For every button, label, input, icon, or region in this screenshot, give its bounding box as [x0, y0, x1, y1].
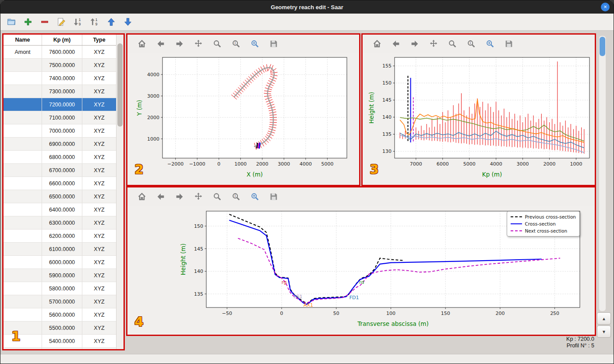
sort-ascending-button[interactable]: 19 [89, 16, 100, 28]
subplots-button[interactable]: i [230, 191, 242, 202]
svg-text:−2000: −2000 [167, 161, 183, 167]
table-row[interactable]: 7200.0000XYZ [4, 98, 116, 111]
back-button[interactable] [390, 38, 402, 49]
home-button[interactable] [136, 191, 148, 202]
plan-plot-canvas[interactable]: −2000−1000010002000300040005000100020003… [127, 53, 359, 185]
open-button[interactable] [6, 16, 17, 28]
longitudinal-plot-canvas[interactable]: 7000600050004000300020001000130135140145… [363, 53, 595, 185]
forward-button[interactable] [409, 38, 420, 49]
customize-icon [485, 39, 495, 49]
pan-button[interactable] [193, 191, 204, 202]
save-button[interactable] [268, 191, 279, 202]
cross-sections-table: NameKp (m)Type Amont7600.0000XYZ7500.000… [4, 35, 116, 349]
cell-name [4, 164, 42, 177]
forward-icon [175, 192, 184, 201]
sort-down-icon: 19 [73, 17, 83, 27]
close-button[interactable]: × [601, 3, 610, 11]
cell-type: XYZ [82, 164, 116, 177]
table-row[interactable]: 5300.0000XYZ [4, 348, 116, 349]
move-up-button[interactable] [106, 16, 117, 28]
home-button[interactable] [136, 38, 148, 49]
column-header-type[interactable]: Type [82, 35, 116, 45]
add-button[interactable] [22, 16, 34, 28]
vertical-scrollbar-thumb[interactable] [600, 37, 605, 56]
remove-button[interactable] [39, 16, 50, 28]
svg-text:2000: 2000 [256, 161, 268, 167]
svg-text:4000: 4000 [300, 161, 312, 167]
table-row[interactable]: 6100.0000XYZ [4, 243, 116, 256]
cross-sections-list-panel: NameKp (m)Type Amont7600.0000XYZ7500.000… [2, 33, 125, 350]
table-row[interactable]: 6000.0000XYZ [4, 256, 116, 269]
pan-button[interactable] [428, 38, 439, 49]
table-row[interactable]: 6900.0000XYZ [4, 138, 116, 151]
save-button[interactable] [268, 38, 279, 49]
forward-button[interactable] [174, 38, 185, 49]
pan-button[interactable] [193, 38, 204, 49]
cell-type: XYZ [82, 230, 116, 242]
table-row[interactable]: 7100.0000XYZ [4, 111, 116, 124]
sort-up-icon: 19 [90, 17, 99, 27]
plus-icon [23, 17, 33, 27]
subplots-button[interactable]: i [230, 38, 242, 49]
cell-kp: 7000.0000 [42, 124, 82, 137]
cell-kp: 6400.0000 [42, 203, 82, 216]
back-button[interactable] [155, 191, 166, 202]
table-row[interactable]: 6800.0000XYZ [4, 151, 116, 164]
zoom-button[interactable] [212, 38, 223, 49]
svg-text:2000: 2000 [543, 161, 556, 167]
legend-swatch [511, 216, 522, 218]
cell-type: XYZ [82, 85, 116, 98]
pan-icon [194, 39, 203, 49]
forward-button[interactable] [174, 191, 185, 202]
zoom-icon [212, 192, 222, 201]
sort-descending-button[interactable]: 19 [72, 16, 84, 28]
table-row[interactable]: 6500.0000XYZ [4, 190, 116, 203]
subplots-icon: i [231, 39, 241, 49]
table-row[interactable]: 5900.0000XYZ [4, 269, 116, 282]
table-row[interactable]: 6300.0000XYZ [4, 216, 116, 230]
zoom-button[interactable] [212, 191, 223, 202]
customize-button[interactable] [249, 191, 261, 202]
table-scrollbar-thumb[interactable] [117, 43, 123, 127]
vertical-scrollbar[interactable] [599, 35, 606, 311]
table-row[interactable]: 6200.0000XYZ [4, 230, 116, 243]
cell-kp: 7300.0000 [42, 85, 82, 98]
profile-up-button[interactable]: ▲ [597, 312, 611, 325]
column-header-kp-m[interactable]: Kp (m) [42, 35, 82, 45]
home-button[interactable] [371, 38, 383, 49]
table-row[interactable]: 6600.0000XYZ [4, 177, 116, 190]
profile-down-button[interactable]: ▼ [597, 325, 611, 338]
back-button[interactable] [155, 38, 166, 49]
cell-kp: 5300.0000 [42, 348, 82, 349]
table-row[interactable]: Amont7600.0000XYZ [4, 46, 116, 59]
table-row[interactable]: 6700.0000XYZ [4, 164, 116, 177]
svg-text:250: 250 [550, 311, 559, 316]
move-down-button[interactable] [122, 16, 134, 28]
table-row[interactable]: 5600.0000XYZ [4, 308, 116, 322]
customize-button[interactable] [484, 38, 496, 49]
annotation-number-1: 1 [11, 329, 21, 344]
table-row[interactable]: 5800.0000XYZ [4, 282, 116, 295]
cell-name [4, 282, 42, 295]
save-button[interactable] [503, 38, 515, 49]
table-row[interactable]: 6400.0000XYZ [4, 203, 116, 216]
annotation-number-3: 3 [370, 162, 379, 177]
subplots-button[interactable]: i [466, 38, 477, 49]
edit-button[interactable] [56, 16, 67, 28]
cell-name [4, 177, 42, 190]
table-row[interactable]: 7300.0000XYZ [4, 85, 116, 98]
svg-text:200: 200 [495, 311, 505, 316]
svg-text:100: 100 [386, 311, 395, 316]
table-row[interactable]: 7000.0000XYZ [4, 124, 116, 138]
table-row[interactable]: 7500.0000XYZ [4, 59, 116, 72]
legend-item: Previous cross-section [511, 213, 576, 220]
table-row[interactable]: 7400.0000XYZ [4, 72, 116, 85]
customize-button[interactable] [249, 38, 261, 49]
svg-text:4000: 4000 [490, 161, 502, 167]
table-row[interactable]: 5700.0000XYZ [4, 295, 116, 308]
table-scrollbar[interactable] [116, 35, 124, 349]
zoom-button[interactable] [447, 38, 458, 49]
column-header-name[interactable]: Name [4, 35, 42, 45]
svg-text:3000: 3000 [147, 93, 159, 99]
cell-kp: 6700.0000 [42, 164, 82, 177]
